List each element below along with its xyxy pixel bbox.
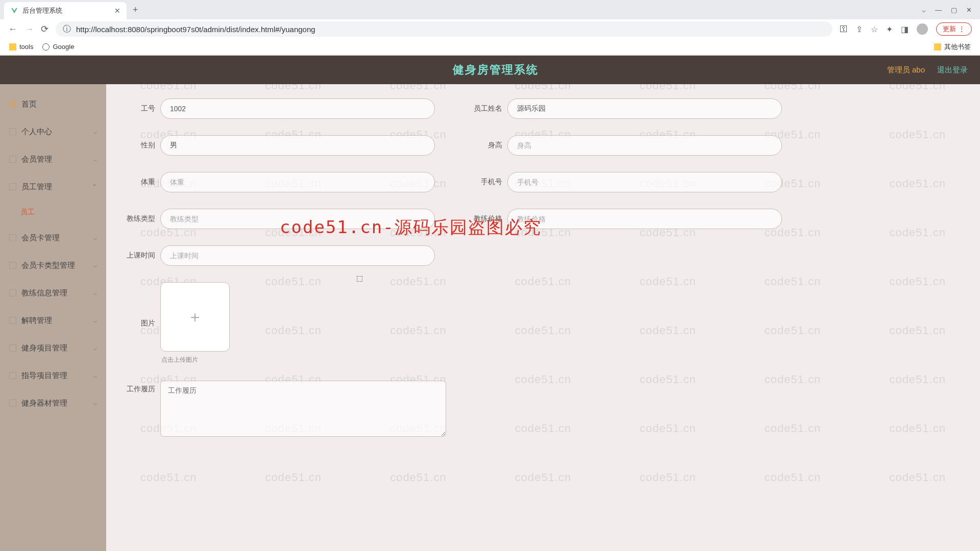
- doc-icon: [9, 234, 16, 241]
- doc-icon: [9, 289, 16, 296]
- input-coach-type[interactable]: [160, 209, 435, 229]
- doc-icon: [9, 372, 16, 379]
- field-name: 员工姓名: [465, 98, 782, 119]
- home-icon: [9, 101, 16, 108]
- app-title: 健身房管理系统: [104, 62, 887, 78]
- sidebar-item-card[interactable]: 会员卡管理⌵: [0, 224, 106, 252]
- tab-menu-icon[interactable]: ⌵: [922, 6, 926, 14]
- sidebar-item-dismiss[interactable]: 解聘管理⌵: [0, 307, 106, 334]
- bookmarks-bar: tools Google 其他书签: [0, 39, 980, 55]
- profile-icon[interactable]: [917, 23, 928, 35]
- chevron-down-icon: ⌵: [93, 372, 97, 379]
- upload-hint: 点击上传图片: [161, 356, 230, 364]
- sidebar-subitem-employee[interactable]: 员工: [0, 201, 106, 224]
- sidebar-item-guideproject[interactable]: 指导项目管理⌵: [0, 362, 106, 389]
- other-bookmarks[interactable]: 其他书签: [934, 42, 971, 52]
- field-coach-type: 教练类型: [118, 209, 435, 229]
- sidebar-item-coachinfo[interactable]: 教练信息管理⌵: [0, 279, 106, 307]
- address-bar[interactable]: ⓘ: [56, 21, 832, 37]
- url-input[interactable]: [76, 25, 825, 34]
- field-class-time: 上课时间: [118, 245, 435, 266]
- doc-icon: [9, 262, 16, 269]
- label-class-time: 上课时间: [118, 251, 155, 260]
- share-icon[interactable]: ⇪: [856, 24, 863, 34]
- toolbar-icons: ⚿ ⇪ ☆ ✦ ◨ 更新 ⋮: [840, 22, 972, 36]
- maximize-icon[interactable]: ▢: [951, 6, 957, 14]
- label-phone: 手机号: [465, 178, 502, 187]
- browser-chrome: 后台管理系统 ✕ + ⌵ — ▢ ✕ ← → ⟳ ⓘ ⚿ ⇪ ☆ ✦ ◨ 更新 …: [0, 0, 980, 56]
- url-bar: ← → ⟳ ⓘ ⚿ ⇪ ☆ ✦ ◨ 更新 ⋮: [0, 19, 980, 39]
- input-coach-price[interactable]: [507, 209, 782, 229]
- logout-link[interactable]: 退出登录: [937, 65, 968, 75]
- admin-link[interactable]: 管理员 abo: [887, 65, 925, 75]
- doc-icon: [9, 183, 16, 190]
- info-icon[interactable]: ⓘ: [63, 24, 71, 35]
- chevron-down-icon: ⌵: [93, 399, 97, 407]
- star-icon[interactable]: ☆: [871, 24, 878, 34]
- chevron-up-icon: ⌃: [92, 183, 97, 190]
- input-height[interactable]: [507, 135, 782, 156]
- textarea-resume[interactable]: [160, 381, 446, 437]
- tab-close-icon[interactable]: ✕: [114, 7, 120, 15]
- input-name[interactable]: [507, 98, 782, 119]
- field-employee-id: 工号: [118, 98, 435, 119]
- update-button[interactable]: 更新 ⋮: [936, 22, 972, 36]
- chevron-down-icon: ⌵: [93, 317, 97, 324]
- employee-form: 工号 员工姓名 性别 身高: [118, 98, 968, 437]
- field-height: 身高: [465, 135, 782, 156]
- label-coach-price: 教练价格: [465, 214, 502, 223]
- field-gender: 性别: [118, 135, 435, 156]
- doc-icon: [9, 399, 16, 407]
- folder-icon: [9, 43, 16, 51]
- label-gender: 性别: [118, 141, 155, 150]
- bookmark-google[interactable]: Google: [42, 43, 74, 51]
- new-tab-button[interactable]: +: [127, 5, 144, 15]
- input-class-time[interactable]: [160, 245, 435, 266]
- input-employee-id[interactable]: [160, 98, 435, 119]
- sidebar-item-home[interactable]: 首页: [0, 90, 106, 118]
- forward-button[interactable]: →: [24, 24, 34, 35]
- sidebar-item-cardtype[interactable]: 会员卡类型管理⌵: [0, 252, 106, 279]
- favicon-vue-icon: [10, 7, 18, 15]
- header-actions: 管理员 abo 退出登录: [887, 65, 968, 75]
- label-coach-type: 教练类型: [118, 214, 155, 223]
- app-body: 首页 个人中心⌵ 会员管理⌵ 员工管理⌃ 员工 会员卡管理⌵ 会员卡类型管理⌵ …: [0, 84, 980, 551]
- field-resume: 工作履历: [118, 381, 968, 437]
- extensions-icon[interactable]: ✦: [886, 24, 893, 34]
- close-window-icon[interactable]: ✕: [966, 6, 972, 14]
- chevron-down-icon: ⌵: [93, 344, 97, 352]
- chevron-down-icon: ⌵: [93, 262, 97, 269]
- sidebar-item-profile[interactable]: 个人中心⌵: [0, 118, 106, 145]
- sidebar-item-employee[interactable]: 员工管理⌃: [0, 173, 106, 201]
- field-weight: 体重: [118, 172, 435, 192]
- label-weight: 体重: [118, 178, 155, 187]
- chevron-down-icon: ⌵: [93, 289, 97, 296]
- doc-icon: [9, 317, 16, 324]
- sidebar: 首页 个人中心⌵ 会员管理⌵ 员工管理⌃ 员工 会员卡管理⌵ 会员卡类型管理⌵ …: [0, 84, 106, 551]
- input-phone[interactable]: [507, 172, 782, 192]
- bookmark-tools[interactable]: tools: [9, 43, 33, 51]
- doc-icon: [9, 128, 16, 135]
- key-icon[interactable]: ⚿: [840, 24, 848, 34]
- chevron-down-icon: ⌵: [93, 156, 97, 163]
- image-upload[interactable]: ＋: [160, 282, 230, 352]
- globe-icon: [42, 43, 50, 51]
- sidebar-item-member[interactable]: 会员管理⌵: [0, 145, 106, 173]
- doc-icon: [9, 156, 16, 163]
- label-name: 员工姓名: [465, 104, 502, 113]
- input-weight[interactable]: [160, 172, 435, 192]
- input-gender[interactable]: [160, 135, 435, 156]
- field-phone: 手机号: [465, 172, 782, 192]
- sidebar-item-fitproject[interactable]: 健身项目管理⌵: [0, 334, 106, 362]
- main-content: code51.cncode51.cncode51.cncode51.cncode…: [106, 84, 980, 551]
- minimize-icon[interactable]: —: [935, 6, 942, 14]
- sidebar-item-equipment[interactable]: 健身器材管理⌵: [0, 389, 106, 417]
- folder-icon: [934, 43, 941, 51]
- tab-bar: 后台管理系统 ✕ + ⌵ — ▢ ✕: [0, 0, 980, 19]
- window-controls: ⌵ — ▢ ✕: [922, 6, 980, 14]
- sidepanel-icon[interactable]: ◨: [901, 24, 909, 34]
- label-employee-id: 工号: [118, 104, 155, 113]
- browser-tab[interactable]: 后台管理系统 ✕: [4, 2, 127, 19]
- back-button[interactable]: ←: [8, 24, 17, 35]
- reload-button[interactable]: ⟳: [41, 23, 48, 35]
